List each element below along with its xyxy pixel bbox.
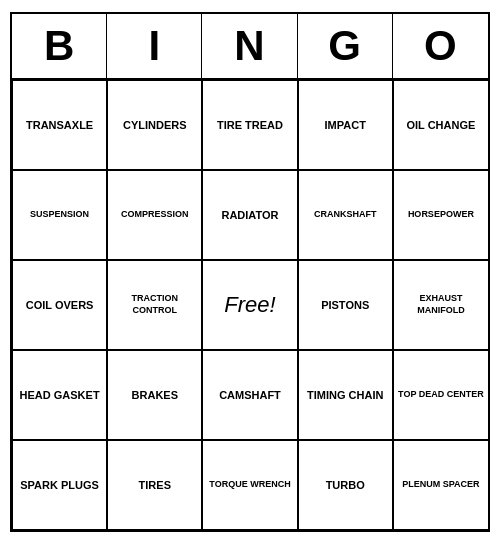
bingo-cell-3: IMPACT [298,80,393,170]
bingo-cell-21: TIRES [107,440,202,530]
bingo-cell-10: COIL OVERS [12,260,107,350]
bingo-cell-0: TRANSAXLE [12,80,107,170]
bingo-letter-g: G [298,14,393,78]
bingo-grid: TRANSAXLECYLINDERSTIRE TREADIMPACTOIL CH… [12,80,488,530]
bingo-cell-15: HEAD GASKET [12,350,107,440]
bingo-cell-16: BRAKES [107,350,202,440]
bingo-cell-8: CRANKSHAFT [298,170,393,260]
bingo-cell-18: TIMING CHAIN [298,350,393,440]
bingo-cell-20: SPARK PLUGS [12,440,107,530]
bingo-cell-4: OIL CHANGE [393,80,488,170]
bingo-letter-b: B [12,14,107,78]
bingo-cell-12: Free! [202,260,297,350]
bingo-letter-n: N [202,14,297,78]
bingo-cell-11: TRACTION CONTROL [107,260,202,350]
bingo-cell-2: TIRE TREAD [202,80,297,170]
bingo-cell-6: COMPRESSION [107,170,202,260]
bingo-cell-22: TORQUE WRENCH [202,440,297,530]
bingo-cell-17: CAMSHAFT [202,350,297,440]
bingo-letter-i: I [107,14,202,78]
bingo-cell-19: TOP DEAD CENTER [393,350,488,440]
bingo-cell-7: RADIATOR [202,170,297,260]
bingo-cell-5: SUSPENSION [12,170,107,260]
bingo-cell-1: CYLINDERS [107,80,202,170]
bingo-header: BINGO [12,14,488,80]
bingo-letter-o: O [393,14,488,78]
bingo-card: BINGO TRANSAXLECYLINDERSTIRE TREADIMPACT… [10,12,490,532]
bingo-cell-13: PISTONS [298,260,393,350]
bingo-cell-14: EXHAUST MANIFOLD [393,260,488,350]
bingo-cell-24: PLENUM SPACER [393,440,488,530]
bingo-cell-23: TURBO [298,440,393,530]
bingo-cell-9: HORSEPOWER [393,170,488,260]
